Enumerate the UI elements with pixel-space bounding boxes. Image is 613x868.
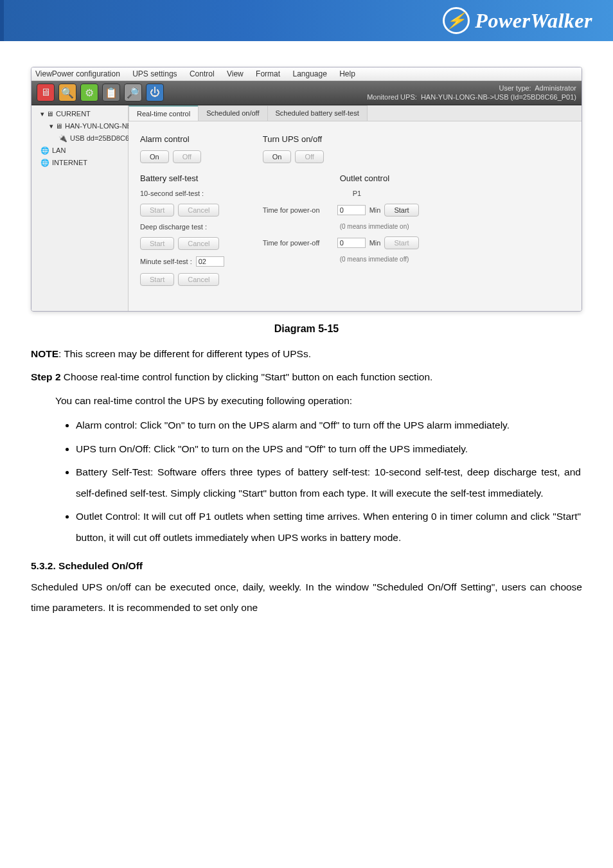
diagram-caption: Diagram 5-15 <box>31 323 582 335</box>
bullet-ups-onoff: UPS turn On/Off: Click "On" to turn on t… <box>76 439 582 460</box>
p1-label: P1 <box>353 190 419 197</box>
toolbar: 🖥 🔍 ⚙ 📋 🔎 ⏻ User type: Administrator Mon… <box>31 81 582 105</box>
brand-logo: ⚡ PowerWalker <box>443 7 592 34</box>
tree-lan[interactable]: 🌐 LAN <box>31 145 128 157</box>
tree-internet[interactable]: 🌐 INTERNET <box>31 157 128 169</box>
note-on: (0 means immediate on) <box>340 223 419 230</box>
heading-532: 5.3.2. Scheduled On/Off <box>31 560 582 572</box>
bullet-alarm: Alarm control: Click "On" to turn on the… <box>76 415 582 436</box>
power-off-label: Time for power-off <box>263 239 333 247</box>
deep-cancel[interactable]: Cancel <box>178 237 219 250</box>
toolbar-info: User type: Administrator Monitored UPS: … <box>367 84 576 102</box>
tool-icon-6[interactable]: ⏻ <box>146 84 164 102</box>
tool-icon-3[interactable]: ⚙ <box>80 84 98 102</box>
ten-second-label: 10-second self-test : <box>140 190 224 197</box>
menu-format[interactable]: Format <box>256 69 280 78</box>
step2-line: Step 2 Choose real-time control function… <box>31 367 582 388</box>
menu-help[interactable]: Help <box>339 69 355 78</box>
menu-control[interactable]: Control <box>190 69 215 78</box>
tool-icon-4[interactable]: 📋 <box>102 84 120 102</box>
minute-start[interactable]: Start <box>140 273 174 286</box>
power-on-label: Time for power-on <box>263 206 333 214</box>
user-type-label: User type: <box>499 84 531 92</box>
menu-bar: ViewPower configuration UPS settings Con… <box>31 67 582 81</box>
bullet-battery-selftest: Battery Self-Test: Software offers three… <box>76 462 582 504</box>
min-unit-1: Min <box>369 206 381 214</box>
min-unit-2: Min <box>369 239 381 247</box>
tree-current[interactable]: ▾ 🖥 CURRENT <box>31 108 128 120</box>
user-type-value: Administrator <box>535 84 576 92</box>
ups-on-button[interactable]: On <box>263 150 292 163</box>
tool-icon-2[interactable]: 🔍 <box>58 84 76 102</box>
note-off: (0 means immediate off) <box>340 256 419 263</box>
battery-title: Battery self-test <box>140 173 224 183</box>
menu-view[interactable]: View <box>227 69 244 78</box>
brand-banner: ⚡ PowerWalker <box>0 0 613 41</box>
menu-language[interactable]: Language <box>292 69 326 78</box>
ten-sec-cancel[interactable]: Cancel <box>178 204 219 217</box>
left-column: Alarm control On Off Battery self-test 1… <box>140 130 224 286</box>
para-532: Scheduled UPS on/off can be executed onc… <box>31 577 582 619</box>
tree-usb[interactable]: 🔌 USB dd=25BD8C6 <box>31 132 128 145</box>
alarm-on-button[interactable]: On <box>140 150 169 163</box>
turn-title: Turn UPS on/off <box>263 134 419 144</box>
device-tree: ▾ 🖥 CURRENT ▾ 🖥 HAN-YUN-LONG-NB 🔌 USB dd… <box>31 105 129 311</box>
power-on-value[interactable]: 0 <box>337 205 366 215</box>
minute-label: Minute self-test : <box>140 258 192 265</box>
bolt-icon: ⚡ <box>443 7 470 34</box>
note-line: NOTE: NOTE: This screen may be different… <box>31 344 582 365</box>
monitored-label: Monitored UPS: <box>367 93 417 101</box>
bullet-outlet-control: Outlet Control: It will cut off P1 outle… <box>76 506 582 548</box>
deep-start[interactable]: Start <box>140 237 174 250</box>
alarm-title: Alarm control <box>140 134 224 144</box>
monitored-value: HAN-YUN-LONG-NB->USB (Id=25BD8C66_P01) <box>421 93 576 101</box>
tab-scheduled-battery[interactable]: Scheduled battery self-test <box>267 105 368 121</box>
tool-icon-1[interactable]: 🖥 <box>37 84 55 102</box>
minute-value[interactable]: 02 <box>196 256 224 267</box>
tree-host[interactable]: ▾ 🖥 HAN-YUN-LONG-NB <box>31 120 128 132</box>
minute-cancel[interactable]: Cancel <box>178 273 219 286</box>
deep-label: Deep discharge test : <box>140 223 224 231</box>
right-column: Turn UPS on/off On Off Outlet control P1… <box>263 130 419 286</box>
menu-ups-settings[interactable]: UPS settings <box>132 69 177 78</box>
brand-text: PowerWalker <box>475 9 592 33</box>
tab-scheduled-onoff[interactable]: Scheduled on/off <box>198 105 267 121</box>
power-on-start[interactable]: Start <box>384 204 418 217</box>
menu-viewpower[interactable]: ViewPower configuration <box>35 69 120 78</box>
bullet-list: Alarm control: Click "On" to turn on the… <box>31 415 582 548</box>
power-off-start[interactable]: Start <box>384 236 418 249</box>
app-window: ViewPower configuration UPS settings Con… <box>31 67 582 312</box>
intro-line: You can real-time control the UPS by exe… <box>55 391 582 412</box>
alarm-off-button[interactable]: Off <box>173 150 201 163</box>
control-tabs: Real-time control Scheduled on/off Sched… <box>129 105 582 121</box>
tool-icon-5[interactable]: 🔎 <box>124 84 142 102</box>
tab-realtime[interactable]: Real-time control <box>129 105 199 121</box>
power-off-value[interactable]: 0 <box>337 238 366 248</box>
ups-off-button[interactable]: Off <box>295 150 323 163</box>
ten-sec-start[interactable]: Start <box>140 204 174 217</box>
outlet-title: Outlet control <box>340 173 419 183</box>
